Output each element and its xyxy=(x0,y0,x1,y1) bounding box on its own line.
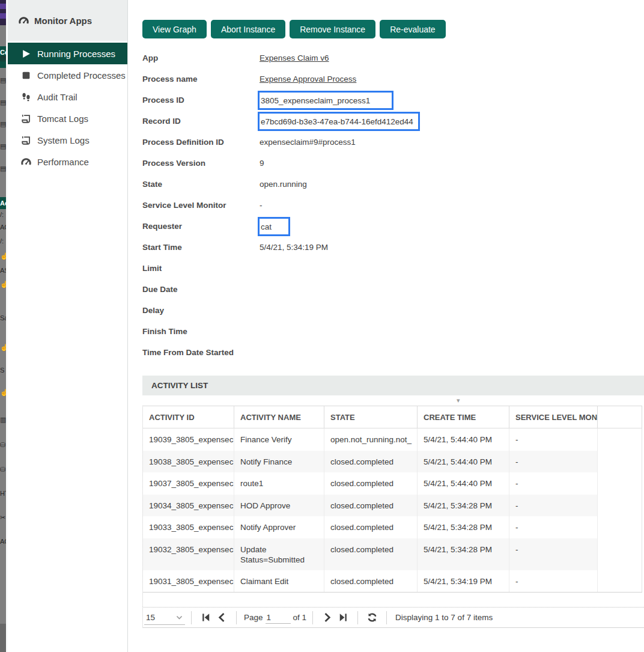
mouse-cursor-icon: ▾ xyxy=(457,397,460,404)
next-page-icon[interactable] xyxy=(322,612,332,623)
page-size-select[interactable]: 15 xyxy=(144,610,185,625)
field-label: Record ID xyxy=(142,117,260,126)
divider xyxy=(236,611,237,624)
cell-service-level-monitor: - xyxy=(509,428,598,451)
sidebar-item-running-processes[interactable]: Running Processes xyxy=(8,43,127,64)
edge-strip-glyph: AC xyxy=(0,224,6,231)
cell-activity-name: Claimant Edit xyxy=(234,570,324,593)
detail-row-process-name: Process nameExpense Approval Process xyxy=(142,69,611,90)
detail-row-state: Stateopen.running xyxy=(142,174,611,195)
cell-activity-id: 19034_3805_expensec xyxy=(143,495,234,517)
cell-filler xyxy=(598,570,642,593)
cell-filler xyxy=(598,516,642,538)
edge-strip-glyph: ▤ xyxy=(0,99,6,106)
sidebar-menu: Running ProcessesCompleted ProcessesAudi… xyxy=(8,43,127,172)
field-label: App xyxy=(142,53,260,62)
abort-instance-button[interactable]: Abort Instance xyxy=(211,20,285,38)
cell-activity-name: route1 xyxy=(234,472,324,495)
cell-filler xyxy=(598,538,642,570)
field-value: 3805_expenseclaim_process1 xyxy=(261,96,370,105)
edge-strip-glyph: ▥ xyxy=(0,416,6,423)
divider xyxy=(312,611,313,624)
remove-instance-button[interactable]: Remove Instance xyxy=(290,20,375,38)
table-row: 19031_3805_expensecClaimant Editclosed.c… xyxy=(143,570,642,593)
sidebar-item-audit-trail[interactable]: Audit Trail xyxy=(8,86,127,108)
chevron-down-icon xyxy=(175,614,183,621)
cell-service-level-monitor: - xyxy=(509,570,598,593)
sidebar-item-completed-processes[interactable]: Completed Processes xyxy=(8,64,127,86)
column-header-activity-id[interactable]: ACTIVITY ID xyxy=(143,406,234,428)
activity-table-header-row: ACTIVITY IDACTIVITY NAMESTATECREATE TIME… xyxy=(143,406,642,428)
first-page-icon[interactable] xyxy=(201,612,211,623)
field-label: Service Level Monitor xyxy=(142,201,260,210)
edge-strip-glyph: HT xyxy=(0,490,6,497)
cell-create-time: 5/4/21, 5:34:28 PM xyxy=(418,516,509,538)
scroll-icon xyxy=(21,135,31,145)
sidebar-item-tomcat-logs[interactable]: Tomcat Logs xyxy=(8,108,127,129)
field-value: 5/4/21, 5:34:19 PM xyxy=(260,243,328,252)
cell-service-level-monitor: - xyxy=(509,495,598,517)
field-value-link[interactable]: Expense Approval Process xyxy=(260,75,356,84)
cell-service-level-monitor: - xyxy=(509,516,598,538)
last-page-icon[interactable] xyxy=(338,612,348,623)
cell-create-time: 5/4/21, 5:34:19 PM xyxy=(418,570,509,593)
cell-filler xyxy=(598,451,642,473)
cell-activity-name: Notify Approver xyxy=(234,516,324,538)
edge-strip-glyph: ✂ xyxy=(0,514,6,521)
edge-strip-glyph: AC xyxy=(0,538,6,545)
column-header-state[interactable]: STATE xyxy=(324,406,418,428)
page-number-input[interactable] xyxy=(266,611,291,624)
cell-create-time: 5/4/21, 5:34:28 PM xyxy=(418,495,509,517)
paginator: 15 Page of 1 Displaying 1 to 7 of 7 item… xyxy=(142,607,644,628)
detail-row-time-from-date-started: Time From Date Started xyxy=(142,342,611,363)
detail-row-record-id: Record IDe7bcd69d-b3e3-47ea-b744-16efd41… xyxy=(142,111,611,132)
view-graph-button[interactable]: View Graph xyxy=(142,20,207,38)
re-evaluate-button[interactable]: Re-evaluate xyxy=(380,20,446,38)
refresh-icon[interactable] xyxy=(367,612,377,623)
cell-state: closed.completed xyxy=(324,516,418,538)
detail-row-process-definition-id: Process Definition IDexpenseclaim#9#proc… xyxy=(142,132,611,153)
cell-activity-id: 19039_3805_expensec xyxy=(143,428,234,451)
column-header-filler xyxy=(598,406,642,428)
cell-filler xyxy=(598,428,642,451)
table-row: 19039_3805_expensecFinance Verifyopen.no… xyxy=(143,428,642,451)
edge-strip-footer xyxy=(0,624,6,652)
edge-strip-glyph: ☝ xyxy=(0,281,6,288)
cell-activity-id: 19037_3805_expensec xyxy=(143,472,234,495)
edge-strip-glyph: AS xyxy=(0,267,6,274)
cell-state: closed.completed xyxy=(324,495,418,517)
field-label: Start Time xyxy=(142,243,260,252)
sidebar-item-label: Tomcat Logs xyxy=(37,114,88,124)
activity-list-title: ACTIVITY LIST xyxy=(151,381,208,390)
sidebar-item-performance[interactable]: Performance xyxy=(8,151,127,172)
cell-service-level-monitor: - xyxy=(509,538,598,570)
edge-strip-glyph: /: xyxy=(0,237,6,245)
column-header-create-time[interactable]: CREATE TIME xyxy=(418,406,509,428)
edge-strip-tab: Ac xyxy=(0,197,6,209)
cropped-edge-strip: CoAc▤▤▤▤▤▤/:AC/:☝AS☝Sa☝S☝▥⛁⛁HT✂AC xyxy=(0,0,6,652)
sidebar-header: Monitor Apps xyxy=(8,0,127,41)
field-value: open.running xyxy=(260,180,307,189)
field-label: Time From Date Started xyxy=(142,348,260,357)
cell-state: closed.completed xyxy=(324,472,418,495)
cell-activity-id: 19038_3805_expensec xyxy=(143,451,234,473)
sidebar-item-label: Completed Processes xyxy=(37,70,126,81)
cell-state: closed.completed xyxy=(324,570,418,593)
column-header-activity-name[interactable]: ACTIVITY NAME xyxy=(234,406,324,428)
edge-strip-glyph: ☝ xyxy=(0,389,6,396)
field-value-link[interactable]: Expenses Claim v6 xyxy=(260,53,329,62)
play-icon xyxy=(21,49,31,59)
column-header-service-level-monitor[interactable]: SERVICE LEVEL MONITOR xyxy=(509,406,598,428)
field-label: Requester xyxy=(142,222,260,231)
table-row: 19032_3805_expensecUpdate Status=Submitt… xyxy=(143,538,642,570)
cell-filler xyxy=(598,495,642,517)
detail-row-requester: Requestercat xyxy=(142,216,611,237)
table-row: 19038_3805_expensecNotify Financeclosed.… xyxy=(143,451,642,473)
annotation-box: cat xyxy=(258,217,290,236)
cell-service-level-monitor: - xyxy=(509,472,598,495)
sidebar-header-label: Monitor Apps xyxy=(34,16,92,26)
activity-table-body: 19039_3805_expensecFinance Verifyopen.no… xyxy=(143,428,642,592)
prev-page-icon[interactable] xyxy=(217,612,227,623)
field-label: Limit xyxy=(142,264,260,273)
sidebar-item-system-logs[interactable]: System Logs xyxy=(8,129,127,151)
